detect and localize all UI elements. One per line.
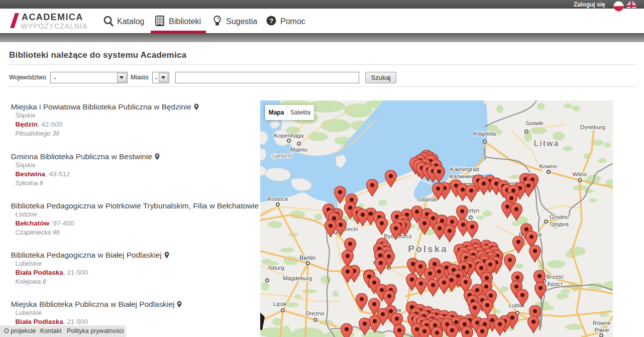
- svg-text:Kopenhaga: Kopenhaga: [274, 133, 304, 139]
- svg-text:Satelita: Satelita: [290, 109, 310, 116]
- svg-text:Sjælland: Sjælland: [271, 153, 292, 159]
- svg-text:Kowno: Kowno: [539, 163, 557, 169]
- svg-text:Brześć: Brześć: [546, 274, 564, 280]
- svg-text:Malmo: Malmo: [290, 147, 308, 153]
- svg-text:?: ?: [269, 17, 273, 25]
- svg-text:Гродна: Гродна: [550, 221, 569, 227]
- svg-text:fsburg: fsburg: [268, 265, 284, 271]
- svg-text:Magdeburg: Magdeburg: [283, 275, 312, 281]
- svg-text:ACADEMICA: ACADEMICA: [22, 12, 83, 22]
- svg-text:Gdańsk: Gdańsk: [417, 196, 437, 202]
- svg-text:Litwa: Litwa: [534, 139, 560, 148]
- svg-text:Szawle: Szawle: [525, 120, 543, 126]
- svg-text:Mapa: Mapa: [269, 109, 284, 116]
- svg-text:WYPOŻYCZALNIA: WYPOŻYCZALNIA: [21, 22, 88, 30]
- svg-text:Брэст: Брэст: [548, 281, 564, 287]
- svg-text:Dyneburg: Dyneburg: [580, 124, 605, 130]
- svg-text:Berlin: Berlin: [299, 255, 315, 262]
- svg-text:Kaliningrad: Kaliningrad: [450, 166, 479, 172]
- svg-text:Wilno: Wilno: [573, 171, 587, 177]
- svg-text:Polska: Polska: [408, 244, 448, 254]
- svg-text:Рівне: Рівне: [594, 327, 609, 333]
- svg-text:Kłajpeda: Kłajpeda: [474, 131, 496, 137]
- svg-text:Drezno: Drezno: [305, 310, 324, 316]
- svg-text:Równe: Równe: [593, 320, 611, 326]
- svg-text:Rostock: Rostock: [267, 196, 288, 202]
- svg-text:Grodno: Grodno: [550, 214, 569, 220]
- svg-text:Lipsk: Lipsk: [273, 301, 287, 307]
